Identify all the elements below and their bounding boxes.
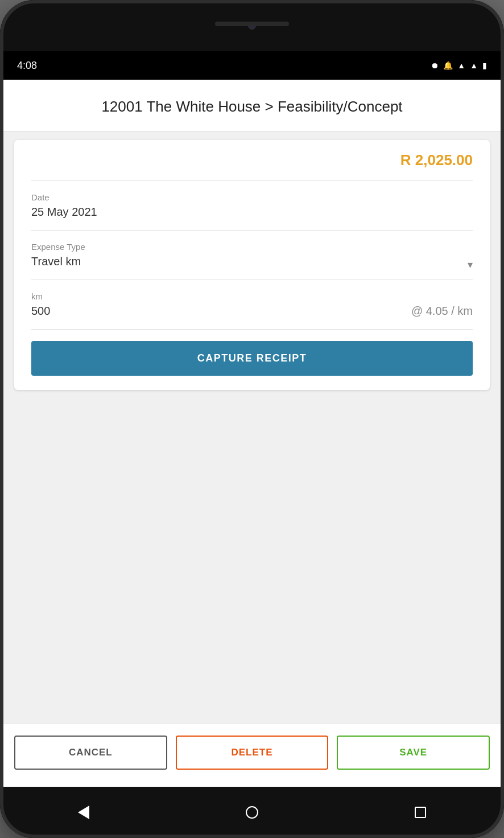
app-header: 12001 The White House > Feasibility/Conc… <box>0 80 504 132</box>
notification-icon: 🔔 <box>443 61 453 70</box>
status-icons: ⏺ 🔔 ▲ ▲ ▮ <box>431 61 487 70</box>
km-row: 500 @ 4.05 / km <box>31 305 473 323</box>
divider-4 <box>31 329 473 330</box>
back-button[interactable] <box>78 806 89 819</box>
action-buttons: CANCEL DELETE SAVE <box>14 736 490 770</box>
nav-bar <box>0 787 504 838</box>
expense-type-value: Travel km <box>31 255 81 274</box>
km-label: km <box>31 291 473 301</box>
recents-button[interactable] <box>415 807 426 818</box>
wifi-icon: ▲ <box>457 61 465 70</box>
data-icon: ⏺ <box>431 61 439 70</box>
divider-3 <box>31 280 473 280</box>
expense-type-label: Expense Type <box>31 242 473 252</box>
signal-icon: ▲ <box>470 61 478 70</box>
amount-row: R 2,025.00 <box>31 151 473 178</box>
phone-frame: 4:08 ⏺ 🔔 ▲ ▲ ▮ 12001 The White House > F… <box>0 0 504 838</box>
rate-area: @ 4.05 / km <box>258 305 473 323</box>
speaker <box>215 22 289 26</box>
delete-button[interactable]: DELETE <box>176 736 329 770</box>
chevron-down-icon: ▾ <box>468 258 473 271</box>
date-value: 25 May 2021 <box>31 206 473 224</box>
save-button[interactable]: SAVE <box>337 736 490 770</box>
divider-1 <box>31 180 473 181</box>
date-label: Date <box>31 192 473 202</box>
page-title: 12001 The White House > Feasibility/Conc… <box>23 97 481 117</box>
divider-2 <box>31 230 473 231</box>
gray-spacer <box>0 399 504 724</box>
rate-value: @ 4.05 / km <box>258 305 473 323</box>
camera-area <box>0 0 504 51</box>
km-value: 500 <box>31 305 246 323</box>
capture-receipt-button[interactable]: CAPTURE RECEIPT <box>31 341 473 376</box>
amount-value: R 2,025.00 <box>400 151 473 169</box>
expense-type-select[interactable]: Travel km ▾ <box>31 255 473 274</box>
date-field[interactable]: Date 25 May 2021 <box>31 184 473 227</box>
screen-content: 12001 The White House > Feasibility/Conc… <box>0 80 504 787</box>
expense-type-field[interactable]: Expense Type Travel km ▾ <box>31 233 473 277</box>
status-bar: 4:08 ⏺ 🔔 ▲ ▲ ▮ <box>0 51 504 80</box>
km-input-area[interactable]: 500 <box>31 305 246 323</box>
status-time: 4:08 <box>17 60 37 72</box>
cancel-button[interactable]: CANCEL <box>14 736 167 770</box>
home-button[interactable] <box>246 806 258 819</box>
bottom-action-area: CANCEL DELETE SAVE <box>0 724 504 787</box>
battery-icon: ▮ <box>482 61 487 70</box>
km-field: km 500 @ 4.05 / km <box>31 283 473 326</box>
form-card: R 2,025.00 Date 25 May 2021 Expense Type… <box>14 140 490 390</box>
